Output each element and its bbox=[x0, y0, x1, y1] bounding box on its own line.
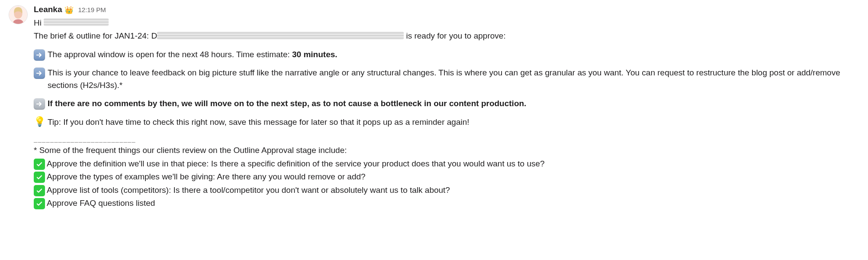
check-tools: Approve list of tools (competitors): Is … bbox=[34, 184, 858, 197]
brief-suffix: is ready for you to approve: bbox=[404, 31, 506, 40]
approval-prefix: The approval window is open for the next… bbox=[48, 50, 292, 59]
brief-prefix: The brief & outline for JAN1-24: D bbox=[34, 31, 157, 40]
message-timestamp[interactable]: 12:19 PM bbox=[78, 5, 106, 15]
check-icon bbox=[34, 185, 45, 196]
bullet-text: This is your chance to leave feedback on… bbox=[48, 67, 858, 91]
arrow-right-icon bbox=[34, 49, 45, 61]
sender-name[interactable]: Leanka bbox=[34, 3, 62, 16]
bullet-approval-window: The approval window is open for the next… bbox=[34, 49, 858, 61]
review-intro: * Some of the frequent things our client… bbox=[34, 144, 858, 157]
greeting-line: Hi bbox=[34, 17, 858, 29]
bullet-feedback: This is your chance to leave feedback on… bbox=[34, 67, 858, 91]
check-icon bbox=[34, 172, 45, 183]
lightbulb-icon: 💡 bbox=[34, 116, 45, 127]
divider-line: _________________________ bbox=[34, 134, 858, 143]
redacted-name bbox=[44, 18, 109, 26]
arrow-right-icon bbox=[34, 98, 45, 110]
message-row: Leanka 👑 12:19 PM Hi The brief & outline… bbox=[9, 3, 868, 211]
check-examples: Approve the types of examples we'll be g… bbox=[34, 171, 858, 183]
bullet-tip: 💡 Tip: If you don't have time to check t… bbox=[34, 116, 858, 129]
check-icon bbox=[34, 198, 45, 209]
bullet-text: If there are no comments by then, we wil… bbox=[48, 98, 858, 110]
check-icon bbox=[34, 159, 45, 170]
brief-line: The brief & outline for JAN1-24: D is re… bbox=[34, 30, 858, 42]
check-text: Approve the definition we'll use in that… bbox=[47, 158, 545, 170]
sender-avatar[interactable] bbox=[9, 5, 28, 24]
check-text: Approve the types of examples we'll be g… bbox=[47, 171, 366, 183]
approval-bold: 30 minutes. bbox=[292, 50, 338, 59]
message-header: Leanka 👑 12:19 PM bbox=[34, 3, 858, 16]
status-emoji-icon: 👑 bbox=[64, 5, 74, 16]
greeting-prefix: Hi bbox=[34, 18, 44, 27]
check-definition: Approve the definition we'll use in that… bbox=[34, 158, 858, 170]
check-text: Approve list of tools (competitors): Is … bbox=[47, 184, 450, 197]
arrow-right-icon bbox=[34, 68, 45, 79]
avatar-image bbox=[9, 6, 27, 24]
redacted-title bbox=[157, 32, 404, 39]
bullet-text: The approval window is open for the next… bbox=[48, 49, 858, 61]
avatar-container bbox=[9, 3, 29, 24]
bullet-text: Tip: If you don't have time to check thi… bbox=[48, 116, 858, 129]
check-text: Approve FAQ questions listed bbox=[47, 197, 155, 210]
check-faq: Approve FAQ questions listed bbox=[34, 197, 858, 210]
bullet-no-comments: If there are no comments by then, we wil… bbox=[34, 98, 858, 110]
message-content: Leanka 👑 12:19 PM Hi The brief & outline… bbox=[34, 3, 868, 211]
